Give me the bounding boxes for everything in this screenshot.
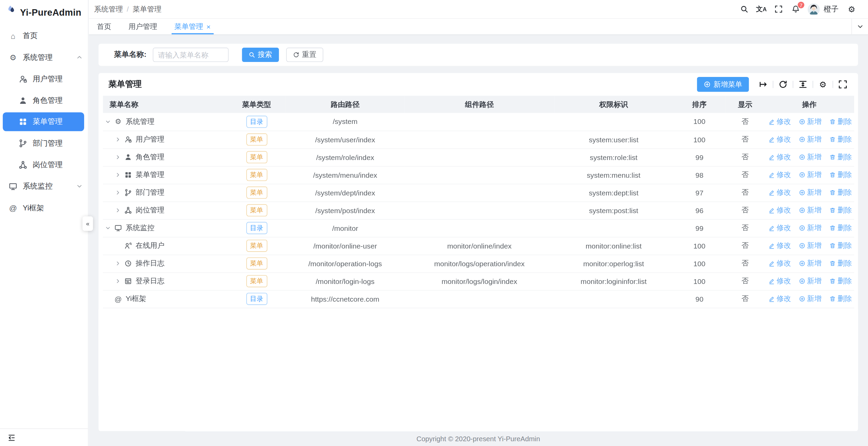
row-delete-link[interactable]: 删除 — [829, 258, 852, 268]
row-edit-link[interactable]: 修改 — [768, 223, 791, 233]
expand-columns-icon[interactable] — [758, 80, 768, 89]
menu-name-input[interactable] — [153, 48, 228, 62]
action-label: 新增 — [807, 223, 821, 233]
row-add-link[interactable]: 新增 — [799, 188, 822, 197]
row-delete-link[interactable]: 删除 — [829, 188, 852, 197]
row-delete-link[interactable]: 删除 — [829, 223, 852, 233]
sidebar-item-label: 系统监控 — [23, 181, 53, 191]
row-delete-link[interactable]: 删除 — [829, 117, 852, 127]
row-add-link[interactable]: 新增 — [799, 205, 822, 215]
at-icon: @ — [8, 203, 18, 212]
table-row: 系统监控目录/monitor99否修改新增删除 — [103, 219, 854, 237]
row-edit-link[interactable]: 修改 — [768, 205, 791, 215]
row-add-link[interactable]: 新增 — [799, 276, 822, 286]
row-add-link[interactable]: 新增 — [799, 134, 822, 144]
table-row: 登录日志菜单/monitor/login-logsmonitor/logs/lo… — [103, 272, 854, 290]
action-label: 新增 — [807, 170, 821, 180]
row-edit-link[interactable]: 修改 — [768, 276, 791, 286]
chevron-right-icon[interactable] — [115, 172, 124, 178]
col-menu-name: 菜单名称 — [103, 96, 227, 113]
refresh-icon[interactable] — [778, 80, 788, 89]
fullscreen-icon[interactable] — [770, 1, 787, 17]
tab-home[interactable]: 首页 — [94, 19, 114, 34]
sidebar-item-menu-admin[interactable]: 菜单管理 — [3, 112, 84, 131]
row-edit-link[interactable]: 修改 — [768, 117, 791, 127]
waterdrop-logo-icon — [7, 5, 16, 20]
menu-type-cell: 菜单 — [227, 166, 286, 184]
row-add-link[interactable]: 新增 — [799, 294, 822, 304]
chevron-right-icon[interactable] — [115, 136, 124, 143]
tab-label: 菜单管理 — [174, 21, 203, 31]
row-edit-link[interactable]: 修改 — [768, 294, 791, 304]
action-label: 删除 — [838, 205, 852, 215]
sidebar-item-dept-admin[interactable]: 部门管理 — [0, 132, 88, 154]
chevron-down-icon[interactable] — [105, 225, 114, 232]
action-label: 删除 — [838, 152, 852, 162]
search-icon — [248, 51, 255, 58]
search-icon[interactable] — [736, 1, 753, 17]
sidebar-item-home[interactable]: ⌂首页 — [0, 25, 88, 46]
search-button[interactable]: 搜索 — [242, 48, 279, 62]
table-row: 部门管理菜单/system/dept/indexsystem:dept:list… — [103, 184, 854, 202]
row-delete-link[interactable]: 删除 — [829, 152, 852, 162]
route-cell: /monitor/online-user — [286, 237, 405, 255]
chevron-right-icon[interactable] — [115, 154, 124, 161]
app-logo[interactable]: Yi-PureAdmin — [0, 0, 88, 22]
row-delete-link[interactable]: 删除 — [829, 241, 852, 251]
density-icon[interactable] — [798, 80, 808, 89]
action-label: 新增 — [807, 152, 821, 162]
add-menu-button[interactable]: 新增菜单 — [697, 77, 749, 92]
row-delete-link[interactable]: 删除 — [829, 294, 852, 304]
row-edit-link[interactable]: 修改 — [768, 170, 791, 180]
avatar[interactable] — [808, 3, 820, 15]
settings-gear-icon[interactable]: ⚙ — [843, 1, 860, 17]
sidebar-collapse-fab[interactable]: « — [82, 217, 93, 231]
type-badge: 菜单 — [246, 275, 267, 287]
sidebar-item-role-admin[interactable]: 角色管理 — [0, 90, 88, 111]
row-add-link[interactable]: 新增 — [799, 170, 822, 180]
tabs-more-button[interactable] — [851, 19, 868, 34]
visible-cell: 否 — [726, 113, 764, 131]
row-edit-link[interactable]: 修改 — [768, 134, 791, 144]
reset-button[interactable]: 重置 — [286, 48, 323, 62]
chevron-right-icon[interactable] — [115, 278, 124, 285]
row-delete-link[interactable]: 删除 — [829, 134, 852, 144]
row-add-link[interactable]: 新增 — [799, 117, 822, 127]
chevron-right-icon[interactable] — [115, 260, 124, 267]
collapse-sidebar-icon[interactable] — [7, 433, 16, 442]
sidebar-item-yi-framework[interactable]: @Yi框架 — [0, 197, 88, 219]
chevron-down-icon[interactable] — [105, 118, 114, 125]
close-icon[interactable]: × — [206, 22, 210, 31]
menu-name-cell: 菜单管理 — [103, 166, 227, 184]
tab-user-admin[interactable]: 用户管理 — [126, 19, 160, 34]
actions-cell: 修改新增删除 — [764, 219, 854, 237]
sidebar-item-system[interactable]: ⚙系统管理 — [0, 47, 88, 68]
chevron-right-icon[interactable] — [115, 207, 124, 214]
row-edit-link[interactable]: 修改 — [768, 188, 791, 197]
sidebar-item-post-admin[interactable]: 岗位管理 — [0, 154, 88, 175]
col-sort: 排序 — [673, 96, 726, 113]
fullscreen-icon[interactable] — [838, 80, 848, 89]
row-edit-link[interactable]: 修改 — [768, 241, 791, 251]
sidebar-item-user-admin[interactable]: 用户管理 — [0, 68, 88, 90]
tab-menu-admin[interactable]: 菜单管理× — [172, 19, 214, 34]
row-edit-link[interactable]: 修改 — [768, 152, 791, 162]
row-edit-link[interactable]: 修改 — [768, 258, 791, 268]
row-add-link[interactable]: 新增 — [799, 258, 822, 268]
notification-bell-icon[interactable]: 7 — [787, 1, 804, 17]
column-settings-gear-icon[interactable]: ⚙ — [818, 80, 828, 89]
row-delete-link[interactable]: 删除 — [829, 276, 852, 286]
sidebar-item-monitor[interactable]: 系统监控 — [0, 175, 88, 197]
translate-icon[interactable]: 文A — [753, 1, 770, 17]
row-add-link[interactable]: 新增 — [799, 241, 822, 251]
row-add-link[interactable]: 新增 — [799, 223, 822, 233]
route-cell: /system/dept/index — [286, 184, 405, 202]
trash-icon — [829, 154, 836, 161]
row-add-link[interactable]: 新增 — [799, 152, 822, 162]
username[interactable]: 橙子 — [824, 4, 839, 14]
row-delete-link[interactable]: 删除 — [829, 170, 852, 180]
table-row: 菜单管理菜单/system/menu/indexsystem:menu:list… — [103, 166, 854, 184]
chevron-right-icon[interactable] — [115, 189, 124, 196]
breadcrumb-item[interactable]: 系统管理 — [94, 4, 123, 14]
row-delete-link[interactable]: 删除 — [829, 205, 852, 215]
